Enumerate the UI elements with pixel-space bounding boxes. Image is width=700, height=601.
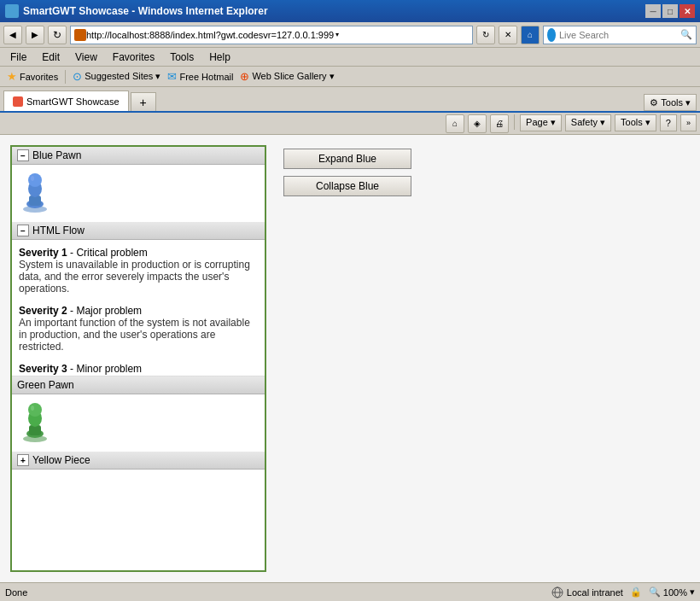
html-flow-title: HTML Flow xyxy=(32,225,85,236)
titlebar: SmartGWT Showcase - Windows Internet Exp… xyxy=(0,0,700,22)
globe-icon xyxy=(551,586,564,599)
yellow-piece-section-header[interactable]: + Yellow Piece xyxy=(12,452,265,470)
stop-button[interactable]: ✕ xyxy=(499,26,517,44)
address-bar: ◀ ▶ ↻ http://localhost:8888/index.html?g… xyxy=(0,22,700,48)
severity-2-block: Severity 2 - Major problem An important … xyxy=(19,305,258,353)
menu-view[interactable]: View xyxy=(72,50,101,64)
green-pawn-content xyxy=(12,394,265,452)
menu-file[interactable]: File xyxy=(7,50,30,64)
webslice-icon: ⊕ xyxy=(240,70,249,83)
search-box: 🔍 xyxy=(543,26,697,44)
severity-2-title: Severity 2 xyxy=(19,305,67,317)
zoom-text: 100% xyxy=(663,587,687,598)
tab-favicon xyxy=(13,96,23,107)
close-button[interactable]: ✕ xyxy=(680,4,695,18)
blue-pawn-title: Blue Pawn xyxy=(32,149,81,161)
severity-1-block: Severity 1 - Critical problem System is … xyxy=(19,247,258,295)
minimize-button[interactable]: ─ xyxy=(645,4,661,18)
tab-label: SmartGWT Showcase xyxy=(26,96,120,107)
svg-point-4 xyxy=(28,173,42,187)
menu-help[interactable]: Help xyxy=(206,50,234,64)
buttons-area: Expand Blue Collapse Blue xyxy=(283,145,411,572)
fav-separator xyxy=(65,70,66,84)
rss-button[interactable]: ◈ xyxy=(468,114,487,133)
address-dropdown-arrow[interactable]: ▾ xyxy=(335,31,339,38)
address-text: http://localhost:8888/index.html?gwt.cod… xyxy=(86,30,334,40)
toolbar-separator xyxy=(514,114,515,130)
severity-2-suffix: - Major problem xyxy=(67,305,142,317)
menu-tools[interactable]: Tools xyxy=(166,50,197,64)
favorites-bar: ★ Favorites ⊙ Suggested Sites ▾ ✉ Free H… xyxy=(0,67,700,87)
expand-blue-button[interactable]: Expand Blue xyxy=(283,149,411,169)
forward-button[interactable]: ▶ xyxy=(26,26,44,44)
suggested-icon: ⊙ xyxy=(73,70,82,83)
svg-point-10 xyxy=(28,403,42,417)
search-magnifier-icon[interactable]: 🔍 xyxy=(680,29,692,40)
collapse-blue-button[interactable]: Collapse Blue xyxy=(283,176,411,196)
favorites-button[interactable]: ★ Favorites xyxy=(7,70,58,83)
secondary-toolbar: ⌂ ◈ 🖨 Page ▾ Safety ▾ Tools ▾ ? » xyxy=(0,113,700,135)
html-flow-content[interactable]: Severity 1 - Critical problem System is … xyxy=(12,240,265,376)
status-text: Done xyxy=(5,587,551,598)
yellow-piece-toggle[interactable]: + xyxy=(17,454,29,466)
menu-bar: File Edit View Favorites Tools Help xyxy=(0,48,700,67)
zoom-dropdown-icon: ▾ xyxy=(690,586,695,598)
menu-edit[interactable]: Edit xyxy=(38,50,63,64)
address-box[interactable]: http://localhost:8888/index.html?gwt.cod… xyxy=(70,26,473,44)
help-button[interactable]: ? xyxy=(660,114,677,131)
zoom-indicator[interactable]: 🔍 100% ▾ xyxy=(649,586,695,598)
html-flow-section-header[interactable]: − HTML Flow xyxy=(12,222,265,240)
new-tab-icon: + xyxy=(140,96,147,109)
toolbar-right: ⌂ ◈ 🖨 Page ▾ Safety ▾ Tools ▾ ? » xyxy=(446,114,697,133)
green-pawn-section-header[interactable]: Green Pawn xyxy=(12,376,265,394)
severity-2-desc: An important function of the system is n… xyxy=(19,317,258,353)
hotmail-icon: ✉ xyxy=(167,70,177,83)
severity-3-suffix: - Minor problem xyxy=(67,363,142,375)
html-flow-toggle[interactable]: − xyxy=(17,225,29,236)
green-pawn-title: Green Pawn xyxy=(17,379,74,391)
svg-point-11 xyxy=(31,406,34,411)
zoom-icon: 🔍 xyxy=(649,586,661,598)
print-button[interactable]: 🖨 xyxy=(490,114,509,133)
home-nav-button[interactable]: ⌂ xyxy=(446,114,464,133)
status-bar: Done Local intranet 🔒 🔍 100% ▾ xyxy=(0,582,700,601)
page-favicon xyxy=(74,29,86,41)
tab-smartgwt[interactable]: SmartGWT Showcase xyxy=(3,90,129,111)
suggested-sites[interactable]: ⊙ Suggested Sites ▾ xyxy=(73,70,160,83)
favorites-label: Favorites xyxy=(20,72,58,82)
page-button[interactable]: Page ▾ xyxy=(520,114,562,131)
web-slice-gallery[interactable]: ⊕ Web Slice Gallery ▾ xyxy=(240,70,334,83)
app-icon xyxy=(5,4,19,18)
blue-pawn-section-header[interactable]: − Blue Pawn xyxy=(12,147,265,165)
severity-1-title: Severity 1 xyxy=(19,247,67,259)
extend-button[interactable]: » xyxy=(680,114,697,131)
lock-icon: 🔒 xyxy=(630,586,642,598)
hotmail-label: Free Hotmail xyxy=(179,72,233,82)
window-title: SmartGWT Showcase - Windows Internet Exp… xyxy=(23,5,268,17)
back-button[interactable]: ◀ xyxy=(3,26,22,44)
zone-indicator: Local intranet xyxy=(551,586,623,599)
free-hotmail[interactable]: ✉ Free Hotmail xyxy=(167,70,233,83)
star-icon: ★ xyxy=(7,70,17,83)
blue-pawn-toggle[interactable]: − xyxy=(17,149,29,161)
home-button[interactable]: ⌂ xyxy=(521,26,540,44)
search-input[interactable] xyxy=(559,30,677,40)
severity-3-title: Severity 3 xyxy=(19,363,67,375)
menu-favorites[interactable]: Favorites xyxy=(109,50,158,64)
status-right: Local intranet 🔒 🔍 100% ▾ xyxy=(551,586,695,599)
maximize-button[interactable]: □ xyxy=(662,4,678,18)
new-tab-button[interactable]: + xyxy=(131,92,156,111)
tools-dropdown[interactable]: ⚙ Tools ▾ xyxy=(644,94,697,111)
security-indicator: 🔒 xyxy=(630,586,642,598)
safety-button[interactable]: Safety ▾ xyxy=(565,114,611,131)
tab-bar: SmartGWT Showcase + ⚙ Tools ▾ xyxy=(0,87,700,113)
severity-1-desc: System is unavailable in production or i… xyxy=(19,259,258,295)
refresh-button[interactable]: ↻ xyxy=(48,26,67,44)
zone-text: Local intranet xyxy=(567,587,623,598)
blue-pawn-content xyxy=(12,165,265,222)
search-engine-icon xyxy=(547,28,556,42)
refresh-page-button[interactable]: ↻ xyxy=(476,26,495,44)
severity-1-suffix: - Critical problem xyxy=(67,247,148,259)
tools-button[interactable]: Tools ▾ xyxy=(615,114,656,131)
suggested-label: Suggested Sites ▾ xyxy=(85,71,160,82)
